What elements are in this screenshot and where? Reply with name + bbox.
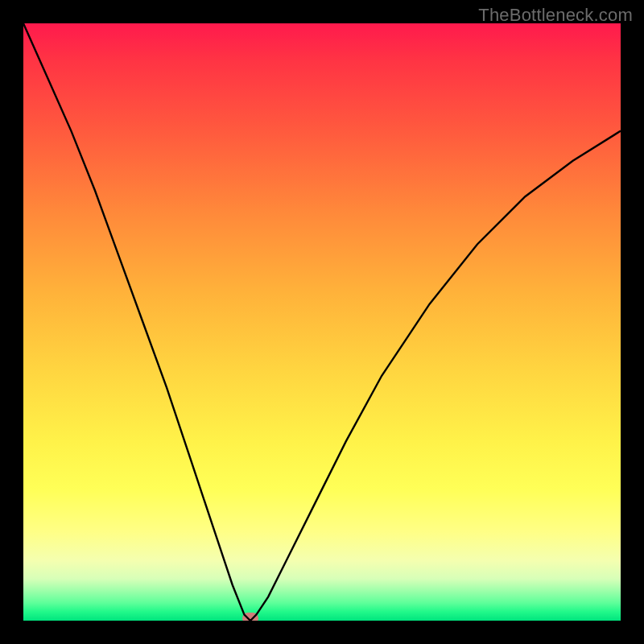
plot-area — [23, 23, 621, 621]
watermark-text: TheBottleneck.com — [478, 5, 633, 26]
bottleneck-curve — [23, 23, 621, 621]
chart-frame: TheBottleneck.com — [0, 0, 644, 644]
